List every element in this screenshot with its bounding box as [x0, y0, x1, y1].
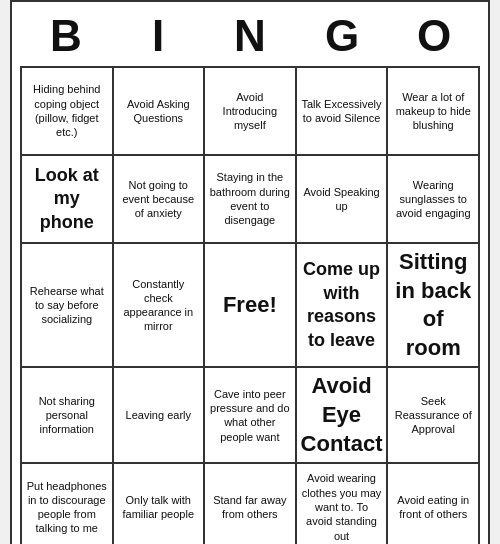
bingo-cell-3[interactable]: Talk Excessively to avoid Silence: [297, 68, 389, 156]
bingo-cell-14[interactable]: Sitting in back of room: [388, 244, 480, 368]
bingo-cell-1[interactable]: Avoid Asking Questions: [114, 68, 206, 156]
bingo-cell-15[interactable]: Not sharing personal information: [22, 368, 114, 464]
bingo-header: BINGO: [20, 10, 480, 66]
bingo-grid: Hiding behind coping object (pillow, fid…: [20, 66, 480, 544]
bingo-letter-i: I: [114, 14, 202, 58]
bingo-cell-22[interactable]: Stand far away from others: [205, 464, 297, 544]
bingo-cell-18[interactable]: Avoid Eye Contact: [297, 368, 389, 464]
bingo-cell-6[interactable]: Not going to event because of anxiety: [114, 156, 206, 244]
bingo-letter-n: N: [206, 14, 294, 58]
bingo-cell-0[interactable]: Hiding behind coping object (pillow, fid…: [22, 68, 114, 156]
bingo-cell-11[interactable]: Constantly check appearance in mirror: [114, 244, 206, 368]
bingo-cell-24[interactable]: Avoid eating in front of others: [388, 464, 480, 544]
bingo-cell-7[interactable]: Staying in the bathroom during event to …: [205, 156, 297, 244]
bingo-cell-9[interactable]: Wearing sunglasses to avoid engaging: [388, 156, 480, 244]
bingo-letter-g: G: [298, 14, 386, 58]
bingo-card: BINGO Hiding behind coping object (pillo…: [10, 0, 490, 544]
bingo-cell-16[interactable]: Leaving early: [114, 368, 206, 464]
bingo-letter-o: O: [390, 14, 478, 58]
bingo-cell-17[interactable]: Cave into peer pressure and do what othe…: [205, 368, 297, 464]
bingo-cell-4[interactable]: Wear a lot of makeup to hide blushing: [388, 68, 480, 156]
bingo-cell-19[interactable]: Seek Reassurance of Approval: [388, 368, 480, 464]
bingo-cell-12[interactable]: Free!: [205, 244, 297, 368]
bingo-cell-5[interactable]: Look at my phone: [22, 156, 114, 244]
bingo-cell-20[interactable]: Put headphones in to discourage people f…: [22, 464, 114, 544]
bingo-letter-b: B: [22, 14, 110, 58]
bingo-cell-10[interactable]: Rehearse what to say before socializing: [22, 244, 114, 368]
bingo-cell-8[interactable]: Avoid Speaking up: [297, 156, 389, 244]
bingo-cell-2[interactable]: Avoid Introducing myself: [205, 68, 297, 156]
bingo-cell-23[interactable]: Avoid wearing clothes you may want to. T…: [297, 464, 389, 544]
bingo-cell-21[interactable]: Only talk with familiar people: [114, 464, 206, 544]
bingo-cell-13[interactable]: Come up with reasons to leave: [297, 244, 389, 368]
